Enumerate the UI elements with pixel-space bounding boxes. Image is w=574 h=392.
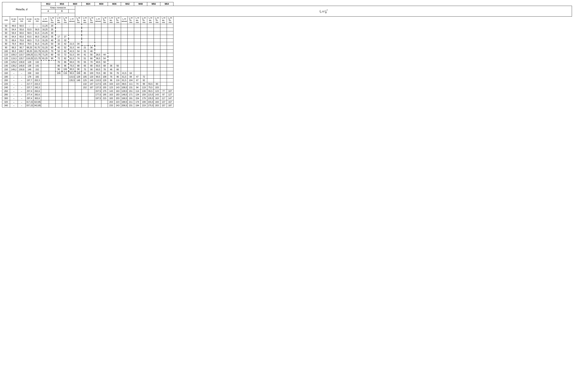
cell-m12_lg (49, 89, 56, 93)
table-row: 5554,455,653,556,516,2525 (2, 28, 572, 31)
cell-a2: 130,8 (18, 60, 26, 64)
cell-m20_lg: 78 (75, 60, 82, 64)
sub-col-header-10: lg не бо-лее (75, 17, 82, 24)
cell-m12_ls (41, 89, 49, 93)
cell-m64_ls: 137 (160, 100, 167, 104)
cell-b1: 337,15 (26, 104, 33, 107)
cell-m56_lg: 103 (154, 86, 160, 89)
cell-m20_ls: 135,5 (69, 78, 75, 82)
cell-m24_ls: 85 (82, 71, 88, 75)
cell-m16_ls: 22 (56, 39, 62, 42)
cell-m64_ls (160, 82, 167, 86)
cell-m16_lg: 62 (62, 49, 69, 53)
cell-m64_lg (167, 42, 173, 46)
cell-m56_ls (147, 31, 154, 35)
cell-m36_lg (114, 57, 121, 60)
cell-b1: 217,7 (26, 82, 33, 86)
cell-m30_lg (101, 35, 108, 39)
cell-nom: 320 (2, 100, 10, 104)
cell-m12_lg: 30 (49, 31, 56, 35)
cell-m36_lg (114, 46, 121, 49)
cell-m36_ls (108, 24, 114, 28)
cell-a2: – (18, 82, 26, 86)
cell-m56_ls (147, 49, 154, 53)
cell-m20_ls: 115,5 (69, 75, 75, 78)
cell-b1: 78,5 (26, 42, 33, 46)
table-row: 300––297,4302,6197,5215183203168,5191154… (2, 97, 572, 100)
cell-m42_lg (128, 28, 134, 31)
cell-m16_lg (62, 82, 69, 86)
cell-m36_ls (108, 57, 114, 60)
cell-m16_ls (56, 100, 62, 104)
cell-m42_ls (121, 39, 128, 42)
cell-m36_ls (108, 53, 114, 57)
cell-m24_ls: 21 (82, 46, 88, 49)
cell-m16_lg (62, 86, 69, 89)
cell-b2: 111,75 (33, 53, 41, 57)
cell-m42_lg: 191 (128, 97, 134, 100)
cell-m42_lg: 211 (128, 100, 134, 104)
cell-b1: 317,15 (26, 100, 33, 104)
cell-m64_ls (160, 28, 167, 31)
cell-m30_lg: 54 (101, 57, 108, 60)
cell-m56_ls: 155,5 (147, 100, 154, 104)
cell-m20_lg (75, 97, 82, 100)
cell-m12_ls (41, 93, 49, 97)
cell-m24_ls (82, 35, 88, 39)
cell-m24_lg (88, 35, 95, 39)
cell-m56_ls: 55,5 (147, 82, 154, 86)
cell-m30_lg: 215 (101, 97, 108, 100)
table-row: 9089,390,788,2591,7551,2560425231,544213… (2, 46, 572, 49)
cell-m64_ls (160, 39, 167, 42)
cell-m30_ls (95, 35, 101, 39)
cell-b2: 66,5 (33, 35, 41, 39)
cell-m24_lg: 70 (88, 60, 95, 64)
cell-b2: 342,85 (33, 104, 41, 107)
cell-m48_ls: 194 (134, 104, 141, 107)
cell-m42_ls (121, 60, 128, 64)
cell-a1: – (10, 82, 18, 86)
cell-m24_ls: 51 (82, 57, 88, 60)
cell-m36_lg (114, 39, 121, 42)
cell-m36_lg: 203 (114, 97, 121, 100)
cell-m48_ls: 67 (134, 78, 141, 82)
cell-m20_lg (75, 35, 82, 39)
cell-m16_ls (56, 104, 62, 107)
cell-nom: 130 (2, 60, 10, 64)
cell-m30_lg (101, 39, 108, 42)
cell-m12_ls (41, 71, 49, 75)
cell-m30_ls: 117,5 (95, 82, 101, 86)
cell-m48_ls (134, 42, 141, 46)
cell-m20_ls (69, 93, 75, 97)
cell-a1: 119,3 (10, 57, 18, 60)
cell-m16_lg: 72 (62, 53, 69, 57)
cell-m64_ls (160, 71, 167, 75)
cell-m16_ls: 52 (56, 49, 62, 53)
cell-nom: 100 (2, 49, 10, 53)
cell-m24_ls: 41 (82, 53, 88, 57)
cell-m16_lg: 42 (62, 42, 69, 46)
cell-m16_lg (62, 104, 69, 107)
cell-m30_ls (95, 31, 101, 35)
cell-m56_ls (147, 53, 154, 57)
cell-a1: 79,4 (10, 42, 18, 46)
cell-m24_ls: 55 (82, 60, 88, 64)
cell-m64_ls (160, 42, 167, 46)
cell-m48_lg (141, 42, 147, 46)
cell-m48_lg (141, 35, 147, 39)
cell-m36_ls: 36 (108, 64, 114, 68)
cell-m36_lg (114, 60, 121, 64)
cell-m42_lg: 231 (128, 104, 134, 107)
cell-m48_ls: 174 (134, 100, 141, 104)
cell-m20_lg (75, 31, 82, 35)
cell-m36_lg: 223 (114, 100, 121, 104)
cell-m20_lg: 44 (75, 46, 82, 49)
rezba-header: Резьба, d (2, 2, 41, 17)
cell-m16_ls: 62 (56, 53, 62, 57)
cell-m36_ls: 203 (108, 100, 114, 104)
table-row: 340––337,15342,85233243208,5231194219175… (2, 104, 572, 107)
cell-m30_ls (95, 104, 101, 107)
cell-b1: – (26, 24, 33, 28)
cell-m64_ls (160, 49, 167, 53)
cell-a1: – (10, 78, 18, 82)
